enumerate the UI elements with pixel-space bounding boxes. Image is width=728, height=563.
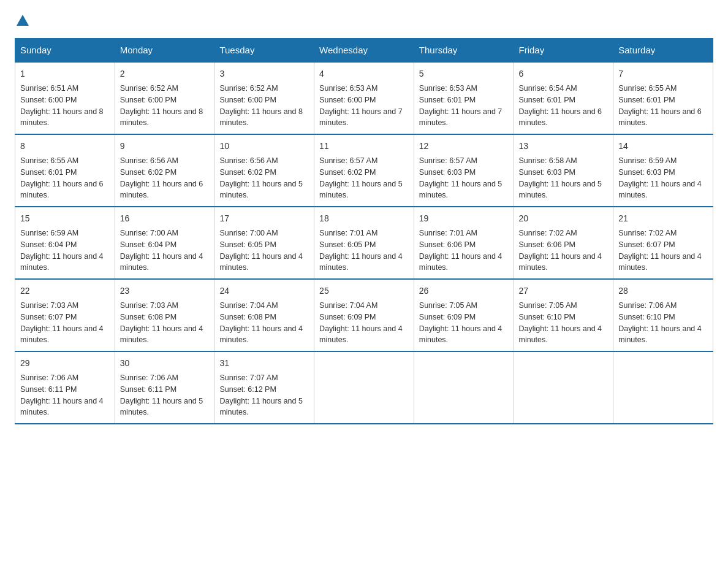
calendar-cell: 23Sunrise: 7:03 AMSunset: 6:08 PMDayligh… [115, 279, 214, 351]
calendar-cell: 8Sunrise: 6:55 AMSunset: 6:01 PMDaylight… [15, 134, 115, 207]
day-info: Sunrise: 6:56 AMSunset: 6:02 PMDaylight:… [120, 156, 203, 199]
day-info: Sunrise: 7:04 AMSunset: 6:09 PMDaylight:… [319, 301, 403, 344]
header-wednesday: Wednesday [314, 39, 414, 63]
day-number: 8 [20, 140, 110, 153]
calendar-cell: 5Sunrise: 6:53 AMSunset: 6:01 PMDaylight… [414, 62, 514, 134]
day-info: Sunrise: 7:05 AMSunset: 6:10 PMDaylight:… [519, 301, 602, 344]
day-number: 12 [419, 140, 509, 153]
calendar-cell: 18Sunrise: 7:01 AMSunset: 6:05 PMDayligh… [314, 207, 414, 279]
day-info: Sunrise: 6:51 AMSunset: 6:00 PMDaylight:… [20, 84, 104, 127]
calendar-cell: 12Sunrise: 6:57 AMSunset: 6:03 PMDayligh… [414, 134, 514, 207]
day-number: 27 [519, 285, 609, 297]
calendar-cell: 3Sunrise: 6:52 AMSunset: 6:00 PMDaylight… [214, 62, 314, 134]
day-number: 31 [219, 357, 309, 370]
day-number: 6 [519, 67, 609, 80]
day-number: 23 [120, 285, 210, 297]
header-sunday: Sunday [15, 39, 115, 63]
calendar-cell [514, 351, 613, 424]
day-info: Sunrise: 6:55 AMSunset: 6:01 PMDaylight:… [618, 84, 702, 127]
day-info: Sunrise: 6:53 AMSunset: 6:01 PMDaylight:… [419, 84, 502, 127]
calendar-cell: 21Sunrise: 7:02 AMSunset: 6:07 PMDayligh… [613, 207, 713, 279]
day-info: Sunrise: 7:07 AMSunset: 6:12 PMDaylight:… [219, 373, 303, 416]
calendar-cell: 13Sunrise: 6:58 AMSunset: 6:03 PMDayligh… [514, 134, 613, 207]
day-info: Sunrise: 7:05 AMSunset: 6:09 PMDaylight:… [419, 301, 502, 344]
day-info: Sunrise: 7:01 AMSunset: 6:05 PMDaylight:… [319, 229, 403, 272]
calendar-cell: 1Sunrise: 6:51 AMSunset: 6:00 PMDaylight… [15, 62, 115, 134]
day-info: Sunrise: 6:59 AMSunset: 6:04 PMDaylight:… [20, 229, 104, 272]
day-number: 7 [618, 67, 708, 80]
day-number: 16 [120, 212, 210, 225]
calendar-cell [414, 351, 514, 424]
day-number: 30 [120, 357, 210, 370]
calendar-cell: 22Sunrise: 7:03 AMSunset: 6:07 PMDayligh… [15, 279, 115, 351]
calendar-cell: 27Sunrise: 7:05 AMSunset: 6:10 PMDayligh… [514, 279, 613, 351]
calendar-cell: 16Sunrise: 7:00 AMSunset: 6:04 PMDayligh… [115, 207, 214, 279]
calendar-cell [314, 351, 414, 424]
calendar-cell: 7Sunrise: 6:55 AMSunset: 6:01 PMDaylight… [613, 62, 713, 134]
calendar-cell: 31Sunrise: 7:07 AMSunset: 6:12 PMDayligh… [214, 351, 314, 424]
calendar-cell: 6Sunrise: 6:54 AMSunset: 6:01 PMDaylight… [514, 62, 613, 134]
day-number: 5 [419, 67, 509, 80]
header-friday: Friday [514, 39, 613, 63]
calendar-cell: 25Sunrise: 7:04 AMSunset: 6:09 PMDayligh… [314, 279, 414, 351]
calendar-table: SundayMondayTuesdayWednesdayThursdayFrid… [15, 38, 713, 424]
day-number: 26 [419, 285, 509, 297]
page-header [15, 15, 713, 26]
calendar-cell: 17Sunrise: 7:00 AMSunset: 6:05 PMDayligh… [214, 207, 314, 279]
day-number: 15 [20, 212, 110, 225]
week-row-1: 1Sunrise: 6:51 AMSunset: 6:00 PMDaylight… [15, 62, 713, 134]
day-info: Sunrise: 6:52 AMSunset: 6:00 PMDaylight:… [219, 84, 303, 127]
calendar-cell: 15Sunrise: 6:59 AMSunset: 6:04 PMDayligh… [15, 207, 115, 279]
calendar-cell: 10Sunrise: 6:56 AMSunset: 6:02 PMDayligh… [214, 134, 314, 207]
day-info: Sunrise: 6:55 AMSunset: 6:01 PMDaylight:… [20, 156, 104, 199]
day-number: 11 [319, 140, 409, 153]
day-info: Sunrise: 7:00 AMSunset: 6:04 PMDaylight:… [120, 229, 203, 272]
header-tuesday: Tuesday [214, 39, 314, 63]
calendar-cell: 24Sunrise: 7:04 AMSunset: 6:08 PMDayligh… [214, 279, 314, 351]
day-info: Sunrise: 7:04 AMSunset: 6:08 PMDaylight:… [219, 301, 303, 344]
header-saturday: Saturday [613, 39, 713, 63]
day-info: Sunrise: 7:06 AMSunset: 6:11 PMDaylight:… [120, 373, 203, 416]
day-info: Sunrise: 6:54 AMSunset: 6:01 PMDaylight:… [519, 84, 602, 127]
calendar-cell: 29Sunrise: 7:06 AMSunset: 6:11 PMDayligh… [15, 351, 115, 424]
day-number: 14 [618, 140, 708, 153]
logo-triangle-icon [17, 15, 29, 26]
week-row-2: 8Sunrise: 6:55 AMSunset: 6:01 PMDaylight… [15, 134, 713, 207]
calendar-cell: 14Sunrise: 6:59 AMSunset: 6:03 PMDayligh… [613, 134, 713, 207]
header-monday: Monday [115, 39, 214, 63]
calendar-cell: 4Sunrise: 6:53 AMSunset: 6:00 PMDaylight… [314, 62, 414, 134]
day-number: 28 [618, 285, 708, 297]
day-info: Sunrise: 6:53 AMSunset: 6:00 PMDaylight:… [319, 84, 403, 127]
day-number: 2 [120, 67, 210, 80]
calendar-cell [613, 351, 713, 424]
day-number: 18 [319, 212, 409, 225]
day-info: Sunrise: 6:52 AMSunset: 6:00 PMDaylight:… [120, 84, 203, 127]
day-info: Sunrise: 7:03 AMSunset: 6:07 PMDaylight:… [20, 301, 104, 344]
calendar-cell: 30Sunrise: 7:06 AMSunset: 6:11 PMDayligh… [115, 351, 214, 424]
calendar-cell: 11Sunrise: 6:57 AMSunset: 6:02 PMDayligh… [314, 134, 414, 207]
calendar-header-row: SundayMondayTuesdayWednesdayThursdayFrid… [15, 39, 713, 63]
week-row-3: 15Sunrise: 6:59 AMSunset: 6:04 PMDayligh… [15, 207, 713, 279]
day-number: 4 [319, 67, 409, 80]
calendar-cell: 2Sunrise: 6:52 AMSunset: 6:00 PMDaylight… [115, 62, 214, 134]
day-number: 9 [120, 140, 210, 153]
day-number: 25 [319, 285, 409, 297]
calendar-cell: 28Sunrise: 7:06 AMSunset: 6:10 PMDayligh… [613, 279, 713, 351]
day-number: 20 [519, 212, 609, 225]
day-number: 13 [519, 140, 609, 153]
day-number: 21 [618, 212, 708, 225]
calendar-cell: 26Sunrise: 7:05 AMSunset: 6:09 PMDayligh… [414, 279, 514, 351]
logo [15, 15, 31, 26]
day-info: Sunrise: 7:01 AMSunset: 6:06 PMDaylight:… [419, 229, 502, 272]
day-info: Sunrise: 6:59 AMSunset: 6:03 PMDaylight:… [618, 156, 702, 199]
day-info: Sunrise: 6:58 AMSunset: 6:03 PMDaylight:… [519, 156, 602, 199]
header-thursday: Thursday [414, 39, 514, 63]
day-number: 19 [419, 212, 509, 225]
calendar-cell: 9Sunrise: 6:56 AMSunset: 6:02 PMDaylight… [115, 134, 214, 207]
day-info: Sunrise: 7:06 AMSunset: 6:10 PMDaylight:… [618, 301, 702, 344]
day-number: 17 [219, 212, 309, 225]
day-info: Sunrise: 7:02 AMSunset: 6:06 PMDaylight:… [519, 229, 602, 272]
day-number: 3 [219, 67, 309, 80]
day-number: 10 [219, 140, 309, 153]
calendar-cell: 19Sunrise: 7:01 AMSunset: 6:06 PMDayligh… [414, 207, 514, 279]
